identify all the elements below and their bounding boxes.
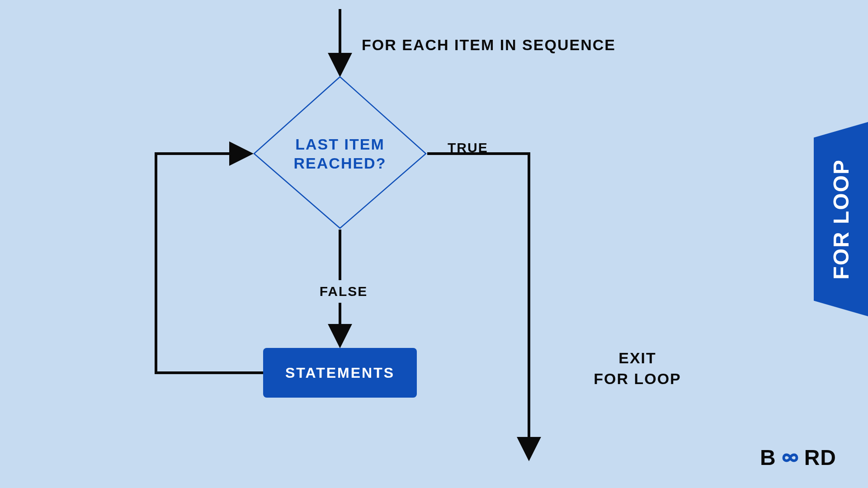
label-top-text: FOR EACH ITEM IN SEQUENCE (362, 36, 616, 53)
brand-left: B (760, 445, 776, 470)
brand-right: RD (804, 445, 836, 470)
label-true-text: TRUE (448, 140, 488, 155)
process-node: STATEMENTS (263, 348, 417, 398)
side-tab-label: FOR LOOP (829, 159, 854, 280)
label-top: FOR EACH ITEM IN SEQUENCE (362, 36, 714, 63)
decision-node: LAST ITEM REACHED? (254, 77, 426, 228)
infinity-icon (777, 450, 803, 466)
exit-line2: FOR LOOP (556, 369, 719, 389)
arrow-loop-back (156, 154, 263, 373)
label-false: FALSE (307, 280, 380, 303)
decision-line1: LAST ITEM (295, 135, 384, 154)
flowchart-canvas: FOR EACH ITEM IN SEQUENCE LAST ITEM REAC… (0, 0, 868, 488)
label-exit: EXIT FOR LOOP (556, 348, 719, 398)
decision-line2: REACHED? (294, 154, 387, 173)
brand-logo: B RD (760, 445, 836, 470)
arrow-decision-true (427, 154, 529, 456)
label-false-text: FALSE (320, 284, 368, 299)
exit-line1: EXIT (556, 348, 719, 369)
label-true: TRUE (448, 140, 524, 163)
process-label: STATEMENTS (285, 365, 395, 381)
side-tab: FOR LOOP (814, 122, 868, 316)
